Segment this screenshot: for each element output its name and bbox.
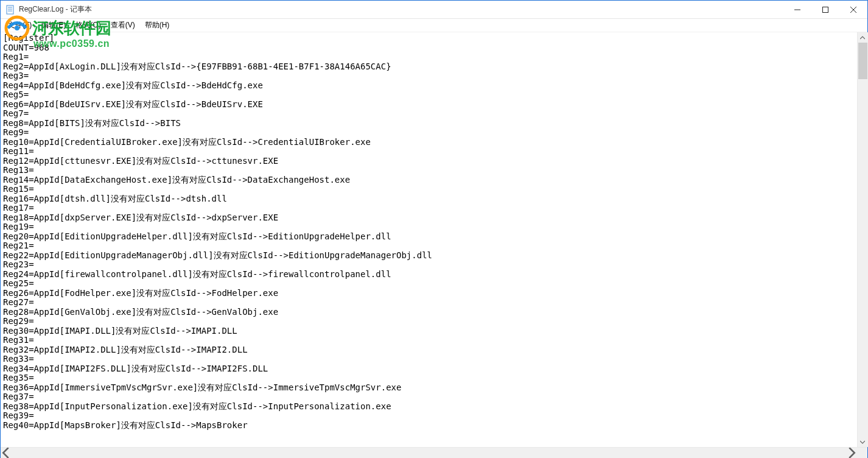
svg-rect-2 [7, 5, 13, 14]
vertical-scrollbar[interactable] [857, 32, 867, 447]
window-controls [783, 1, 867, 19]
notepad-app-icon [5, 5, 15, 15]
scroll-left-button[interactable] [1, 448, 11, 458]
scrollbar-corner [857, 448, 867, 458]
window-title: RegClear.Log - 记事本 [19, 4, 92, 15]
menu-view[interactable]: 查看(V) [106, 19, 140, 32]
content-wrap: [Register] COUNT=968 Reg1= Reg2=AppId[Ax… [1, 32, 867, 447]
notepad-window: 河东软件园 www.pc0359.cn RegClear.Log - 记事本 文… [0, 0, 868, 458]
menu-edit[interactable]: 编辑(E) [37, 19, 71, 32]
svg-rect-7 [823, 7, 828, 13]
scroll-track-vertical[interactable] [858, 43, 868, 437]
scroll-track-horizontal[interactable] [11, 448, 847, 458]
scroll-thumb-vertical[interactable] [858, 43, 867, 79]
menu-file[interactable]: 文件(F) [3, 19, 37, 32]
text-area[interactable]: [Register] COUNT=968 Reg1= Reg2=AppId[Ax… [1, 32, 857, 447]
scroll-right-button[interactable] [847, 448, 857, 458]
menu-bar: 文件(F) 编辑(E) 格式(O) 查看(V) 帮助(H) [1, 19, 867, 32]
maximize-button[interactable] [811, 1, 839, 19]
menu-help[interactable]: 帮助(H) [140, 19, 175, 32]
horizontal-scrollbar[interactable] [1, 447, 867, 457]
close-button[interactable] [839, 1, 867, 19]
minimize-button[interactable] [783, 1, 811, 19]
menu-format[interactable]: 格式(O) [71, 19, 105, 32]
title-bar[interactable]: RegClear.Log - 记事本 [1, 1, 867, 19]
scroll-down-button[interactable] [858, 437, 868, 447]
scroll-up-button[interactable] [858, 32, 868, 43]
